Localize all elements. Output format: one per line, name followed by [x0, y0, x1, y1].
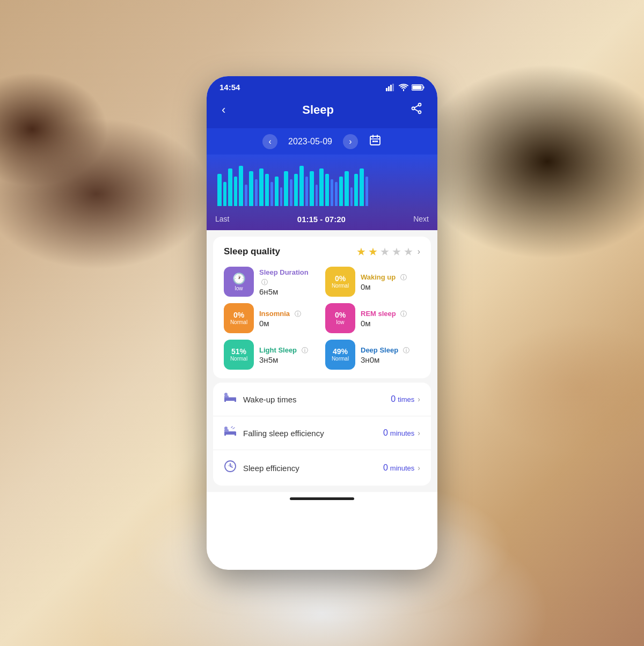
star-5: ★ [404, 245, 413, 258]
list-unit: minutes [390, 429, 415, 437]
page-title: Sleep [302, 103, 334, 117]
metric-name: Insomnia ⓘ [259, 309, 319, 319]
sleep-bar [316, 185, 318, 206]
metric-name: Waking up ⓘ [361, 272, 420, 282]
sleep-bars [215, 163, 429, 206]
metric-badge: 🕐 low [224, 267, 254, 297]
sleep-bar [325, 174, 329, 206]
info-icon[interactable]: ⓘ [302, 347, 308, 354]
metric-info: Sleep Duration ⓘ 6н5м [259, 267, 319, 296]
svg-rect-0 [386, 88, 387, 91]
info-icon[interactable]: ⓘ [400, 274, 407, 281]
sleep-bar [265, 174, 269, 206]
metric-item-waking-up: 0% Normal Waking up ⓘ 0м [325, 267, 420, 297]
sleep-bar [239, 166, 243, 206]
svg-rect-17 [374, 141, 376, 142]
star-2: ★ [368, 245, 378, 258]
info-icon[interactable]: ⓘ [261, 278, 268, 286]
metric-item-sleep-duration: 🕐 low Sleep Duration ⓘ 6н5м [224, 267, 319, 297]
badge-percent: 0% [335, 275, 346, 282]
metric-info: Light Sleep ⓘ 3н5м [259, 345, 319, 364]
list-left: Falling sleep efficiency [224, 426, 324, 440]
metric-value: 0м [361, 319, 420, 328]
badge-label: Normal [332, 356, 349, 362]
quality-chevron: › [418, 247, 420, 256]
badge-percent: 49% [333, 348, 348, 355]
metric-item-light-sleep: 51% Normal Light Sleep ⓘ 3н5м [224, 340, 319, 370]
sleep-bar [310, 171, 314, 206]
list-label: Falling sleep efficiency [243, 429, 324, 438]
falling-sleep-icon [224, 426, 237, 440]
svg-rect-27 [235, 434, 236, 436]
badge-label: low [336, 320, 344, 325]
metric-info: Insomnia ⓘ 0м [259, 309, 319, 328]
calendar-icon[interactable] [369, 134, 382, 149]
star-4: ★ [392, 245, 401, 258]
sleep-bar [280, 187, 282, 206]
star-3: ★ [380, 245, 390, 258]
list-value: 0 [383, 428, 388, 438]
badge-percent: 51% [231, 348, 246, 355]
sleep-chart-area [207, 155, 437, 210]
wifi-icon [399, 84, 408, 91]
main-content: Sleep quality ★ ★ ★ ★ ★ › 🕐 low Sleep Du… [207, 230, 437, 492]
list-unit: minutes [390, 464, 415, 472]
sleep-bar [228, 168, 232, 206]
sleep-bar [294, 174, 298, 206]
list-chevron: › [418, 429, 420, 437]
svg-line-11 [414, 109, 419, 112]
list-chevron: › [418, 395, 420, 403]
metric-badge: 49% Normal [325, 340, 355, 370]
badge-label: Normal [230, 356, 247, 362]
date-navigation: ‹ 2023-05-09 › [207, 128, 437, 155]
badge-label: Normal [332, 283, 349, 289]
svg-point-24 [224, 393, 228, 396]
sleep-bar [319, 168, 324, 206]
home-indicator [207, 492, 437, 505]
prev-date-button[interactable]: ‹ [262, 134, 277, 149]
sleep-bar [259, 168, 264, 206]
list-item-sleep-efficiency[interactable]: Sleep efficiency 0 minutes › [213, 450, 431, 486]
svg-point-8 [412, 107, 415, 110]
svg-rect-1 [388, 86, 390, 91]
status-icons [386, 84, 425, 91]
battery-icon [412, 84, 425, 91]
sleep-bar [360, 168, 364, 206]
sleep-bar [365, 177, 368, 206]
quality-title: Sleep quality [224, 246, 280, 257]
metric-value: 3н5м [259, 355, 319, 364]
info-icon[interactable]: ⓘ [295, 310, 301, 318]
list-left: Sleep efficiency [224, 460, 299, 476]
svg-rect-26 [224, 434, 226, 436]
svg-rect-2 [390, 85, 392, 91]
svg-rect-18 [376, 141, 378, 142]
svg-point-29 [224, 427, 228, 430]
stars-rating[interactable]: ★ ★ ★ ★ ★ › [356, 245, 420, 258]
list-item-wake-up-times[interactable]: Wake-up times 0 times › [213, 383, 431, 416]
sleep-bar [339, 177, 343, 206]
svg-rect-6 [413, 85, 422, 89]
next-date-button[interactable]: › [343, 134, 358, 149]
metric-badge: 0% Normal [325, 267, 355, 297]
info-icon[interactable]: ⓘ [403, 347, 409, 354]
info-icon[interactable]: ⓘ [400, 310, 407, 318]
sleep-bar [305, 177, 308, 206]
metric-value: 3н0м [361, 355, 420, 364]
metric-info: REM sleep ⓘ 0м [361, 309, 420, 328]
signal-icon [386, 84, 396, 91]
share-button[interactable] [406, 100, 427, 120]
list-value: 0 [391, 394, 396, 404]
svg-rect-20 [224, 400, 226, 402]
metric-badge: 51% Normal [224, 340, 254, 370]
list-item-falling-sleep[interactable]: Falling sleep efficiency 0 minutes › [213, 416, 431, 450]
back-button[interactable]: ‹ [217, 101, 230, 119]
metric-badge: 0% low [325, 303, 355, 333]
sleep-bar [217, 174, 222, 206]
star-1: ★ [356, 245, 366, 258]
sleep-bar [331, 179, 333, 206]
badge-percent: 0% [233, 311, 244, 319]
share-icon [411, 102, 422, 114]
sleep-bar [234, 177, 237, 206]
time-range: 01:15 - 07:20 [297, 215, 346, 224]
list-label: Wake-up times [243, 395, 296, 404]
